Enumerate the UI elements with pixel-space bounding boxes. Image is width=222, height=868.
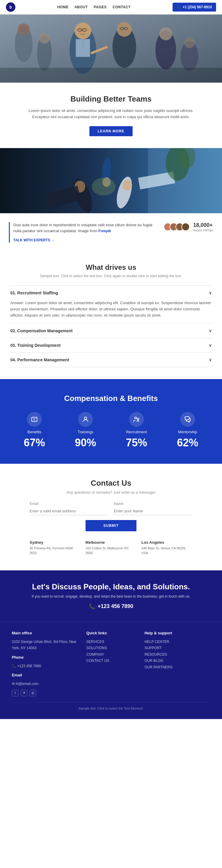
benefit-card-2: Recruitment 75% — [114, 412, 159, 449]
hiring-label: Happy Hirings — [193, 228, 213, 232]
accordion-item-1: 01. Recruitment Staffing ∨ Answer: Lorem… — [9, 285, 213, 323]
footer-col-main: Main office 2102 George Urban Blvd, 3rd … — [12, 631, 77, 696]
email-label: Email — [30, 502, 108, 506]
accordion-item-2: 02. Compensation Management ∨ — [9, 323, 213, 338]
nav-about[interactable]: ABOUT — [74, 5, 88, 9]
footer-link-company[interactable]: COMPANY — [87, 652, 135, 658]
cta-phone-label: +1 (234) 567-8910 — [183, 5, 212, 9]
navbar: b HOME ABOUT PAGES CONTACT 📞 +1 (234) 56… — [0, 0, 222, 14]
stats-row: Duis aute irure dolor in reprehenderit i… — [0, 213, 222, 252]
footer-col-quick-links: Quick links SERVICES SOLUTIONS COMPANY C… — [87, 631, 135, 696]
svg-point-18 — [159, 27, 172, 40]
cta-phone-number: +123 456 7890 — [98, 603, 133, 610]
footer-col-help: Help & support HELP CENTER SUPPORT RESOU… — [145, 631, 210, 696]
office-address-1: 163 Collins St, Melbourne VIC 3000 — [86, 546, 135, 556]
footer-link-partners[interactable]: OUR PARTNERS — [145, 664, 210, 671]
talk-experts-link[interactable]: TALK WITH EXPERTS → — [13, 238, 55, 242]
footer-quick-links-heading: Quick links — [87, 631, 135, 635]
benefit-pct-3: 62% — [165, 436, 211, 449]
accordion-chevron-1: ∨ — [209, 290, 212, 295]
submit-button[interactable]: SUBMIT — [86, 520, 136, 531]
mentorship-icon — [180, 412, 195, 427]
benefit-pct-2: 75% — [114, 436, 159, 449]
stats-right-block: 18,000+ Happy Hirings — [164, 222, 213, 232]
footer-email-heading: Email — [12, 673, 77, 677]
what-drives-subtitle: Sample text. Click to select the text bo… — [9, 274, 213, 278]
accordion-item-4: 04. Performance Management ∨ — [9, 352, 213, 367]
svg-point-2 — [18, 23, 30, 35]
accordion-chevron-4: ∨ — [209, 358, 212, 362]
cta-phone-button[interactable]: 📞 +1 (234) 567-8910 — [172, 3, 216, 11]
intro-body: Lorem ipsum dolor sit amet, consectetur … — [24, 108, 198, 120]
name-form-group: Name — [114, 502, 192, 515]
office-melbourne: Melbourne 163 Collins St, Melbourne VIC … — [86, 540, 135, 556]
logo[interactable]: b — [6, 2, 15, 12]
name-label: Name — [114, 502, 192, 506]
accordion-label-3: 03. Training Development — [10, 343, 61, 348]
avatar-stack — [164, 223, 190, 231]
stats-description: Duis aute irure dolor in reprehenderit i… — [13, 222, 158, 235]
footer-link-help-center[interactable]: HELP CENTER — [145, 639, 210, 645]
footer-help-heading: Help & support — [145, 631, 210, 635]
footer-bottom-text: Sample text. Click to select the Text El… — [78, 707, 144, 710]
name-field[interactable] — [114, 507, 192, 515]
footer-bottom: Sample text. Click to select the Text El… — [12, 702, 210, 710]
intro-heading: Building Better Teams — [24, 94, 198, 104]
accordion-header-4[interactable]: 04. Performance Management ∨ — [9, 353, 213, 367]
cta-phone-display: 📞 +123 456 7890 — [12, 603, 210, 610]
accordion-body-1: Answer: Lorem ipsum dolor sit amet, cons… — [9, 300, 213, 323]
footer-link-services[interactable]: SERVICES — [87, 639, 135, 645]
instagram-icon[interactable]: ◎ — [30, 690, 36, 696]
learn-more-button[interactable]: LEARN MORE — [89, 126, 133, 136]
logo-text: b — [9, 5, 12, 9]
contact-heading: Contact Us — [30, 478, 192, 488]
benefit-label-1: Trainings — [63, 430, 108, 434]
hero-section — [0, 14, 222, 83]
facebook-icon[interactable]: f — [12, 690, 18, 696]
footer-email-value: ✉ hi@email.com — [12, 681, 77, 687]
svg-point-41 — [137, 418, 139, 420]
office-city-0: Sydney — [30, 540, 80, 545]
accordion-header-3[interactable]: 03. Training Development ∨ — [9, 338, 213, 352]
footer-link-solutions[interactable]: SOLUTIONS — [87, 645, 135, 652]
email-icon-footer: ✉ — [12, 682, 15, 686]
hiring-info: 18,000+ Happy Hirings — [193, 222, 213, 232]
comp-benefits-heading: Compensation & Benefits — [12, 394, 210, 403]
trainings-icon — [78, 412, 93, 427]
phone-icon: 📞 — [177, 5, 181, 9]
intro-section: Building Better Teams Lorem ipsum dolor … — [0, 83, 222, 148]
accordion-header-1[interactable]: 01. Recruitment Staffing ∨ — [9, 286, 213, 300]
footer-link-resources[interactable]: RESOURCES — [145, 652, 210, 658]
footer-link-contact[interactable]: CONTACT US — [87, 658, 135, 664]
footer-link-support[interactable]: SUPPORT — [145, 645, 210, 652]
footer-main-office-address: 2102 George Urban Blvd, 3rd Floor, New Y… — [12, 639, 77, 652]
email-form-group: Email — [30, 502, 108, 515]
office-city-2: Los Angeles — [141, 540, 192, 545]
footer-phone-heading: Phone — [12, 655, 77, 659]
benefit-card-0: Benefits 67% — [12, 412, 57, 449]
benefit-card-1: Trainings 90% — [63, 412, 108, 449]
phone-icon-cta: 📞 — [89, 603, 95, 610]
office-city-1: Melbourne — [86, 540, 135, 545]
benefit-label-2: Recruitment — [114, 430, 159, 434]
nav-pages[interactable]: PAGES — [94, 5, 107, 9]
nav-contact[interactable]: CONTACT — [113, 5, 130, 9]
footer-link-blog[interactable]: OUR BLOG — [145, 658, 210, 664]
svg-point-30 — [92, 178, 116, 195]
email-field[interactable] — [30, 507, 108, 515]
office-address-2: 340 Main St, Venice CA 90291, USA — [141, 546, 192, 556]
social-links: f ✕ ◎ — [12, 690, 77, 696]
accordion-header-2[interactable]: 02. Compensation Management ∨ — [9, 324, 213, 338]
office-sydney: Sydney 45 Pirrama Rd, Pyrmont NSW 2022 — [30, 540, 80, 556]
footer: Main office 2102 George Urban Blvd, 3rd … — [0, 622, 222, 719]
cta-heading: Let's Discuss People, Ideas, and Solutio… — [12, 582, 210, 591]
benefit-pct-0: 67% — [12, 436, 57, 449]
nav-home[interactable]: HOME — [57, 5, 68, 9]
office-address-0: 45 Pirrama Rd, Pyrmont NSW 2022 — [30, 546, 80, 556]
offices-container: Sydney 45 Pirrama Rd, Pyrmont NSW 2022 M… — [30, 540, 192, 556]
stats-text-block: Duis aute irure dolor in reprehenderit i… — [9, 222, 158, 243]
accordion-answer-1: Answer: Lorem ipsum dolor sit amet, cons… — [10, 300, 212, 318]
freepik-link[interactable]: Freepik — [99, 229, 111, 233]
twitter-icon[interactable]: ✕ — [21, 690, 27, 696]
contact-form-row: Email Name — [30, 502, 192, 515]
